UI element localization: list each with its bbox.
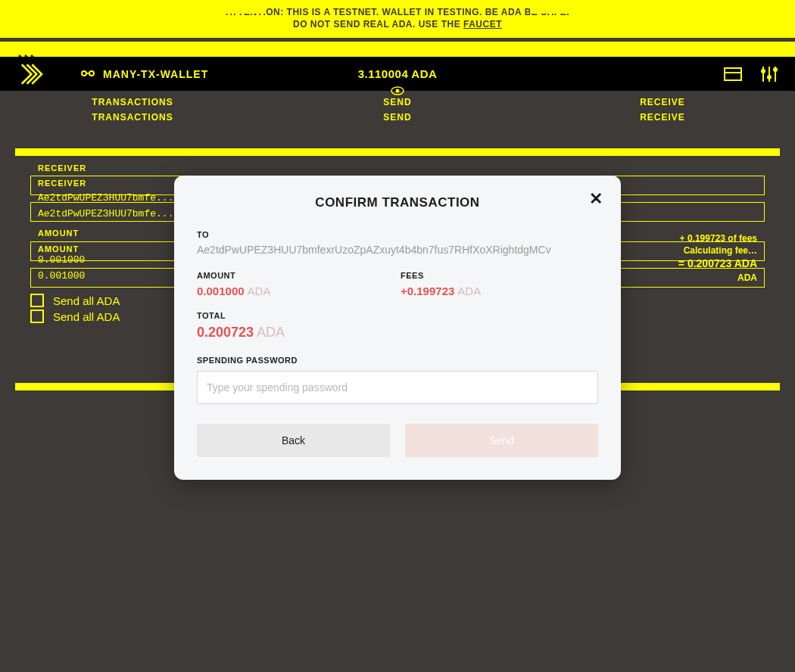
spending-password-label: SPENDING PASSWORD bbox=[197, 356, 598, 365]
to-address: Ae2tdPwUPEZ3HUU7bmfexrUzoZpAZxuyt4b4bn7f… bbox=[197, 244, 598, 256]
ada-suffix: ADA bbox=[257, 325, 285, 340]
confirm-transaction-modal: ✕ CONFIRM TRANSACTION TO Ae2tdPwUPEZ3HUU… bbox=[174, 176, 621, 480]
back-button[interactable]: Back bbox=[197, 424, 390, 457]
ada-suffix: ADA bbox=[248, 285, 271, 297]
fees-number: +0.199723 bbox=[401, 285, 454, 297]
to-label: TO bbox=[197, 230, 598, 239]
fees-label: FEES bbox=[401, 271, 598, 280]
modal-title: CONFIRM TRANSACTION bbox=[197, 195, 598, 210]
spending-password-input[interactable] bbox=[197, 371, 598, 404]
amount-number: 0.001000 bbox=[197, 285, 245, 297]
close-icon[interactable]: ✕ bbox=[589, 191, 603, 207]
amount-label: AMOUNT bbox=[197, 271, 394, 280]
send-button[interactable]: Send bbox=[405, 424, 598, 457]
total-number: 0.200723 bbox=[197, 325, 254, 340]
total-label: TOTAL bbox=[197, 311, 598, 320]
fees-value: +0.199723ADA bbox=[401, 285, 598, 297]
total-value: 0.200723ADA bbox=[197, 325, 598, 341]
amount-value: 0.001000ADA bbox=[197, 285, 394, 297]
ada-suffix: ADA bbox=[457, 285, 481, 297]
